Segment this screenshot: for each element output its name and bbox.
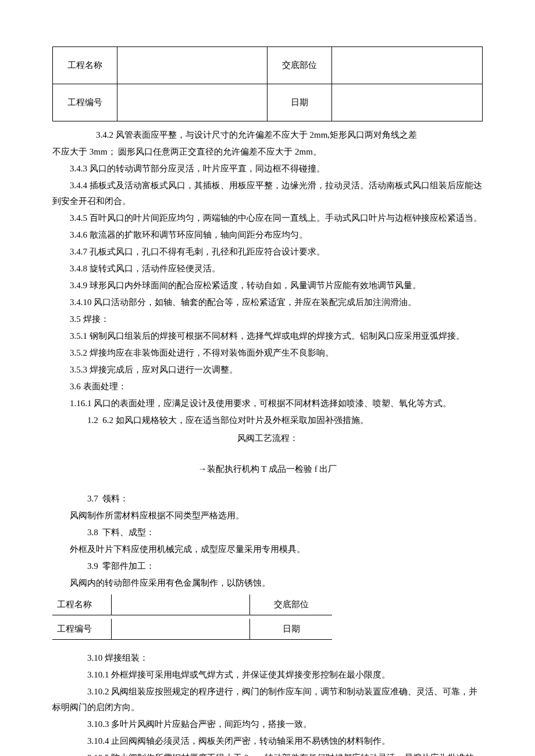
inline-label-position: 交底部位 bbox=[250, 594, 333, 615]
para-3105-text: 防火阀制作所需钢材厚度不得小于 2mm,转动部件有任何时候都应转动灵活。易熔片应… bbox=[111, 753, 473, 757]
header-value-position bbox=[332, 47, 483, 84]
para-39: 3.9 零部件加工： bbox=[52, 558, 483, 574]
para-310-num: 3.10 bbox=[70, 650, 102, 666]
para-342-b: 不应大于 3mm； 圆形风口任意两正交直径的允许偏差不应大于 2mm。 bbox=[52, 144, 483, 160]
para-348: 3.4.8 旋转式风口，活动件应轻便灵活。 bbox=[52, 261, 483, 277]
para-35: 3.5 焊接： bbox=[52, 311, 483, 327]
para-310-text: 焊接组装： bbox=[105, 653, 148, 662]
inline-label-date: 日期 bbox=[250, 619, 333, 640]
para-38-text: 下料、成型： bbox=[102, 528, 155, 537]
para-3103-num: 3.10.3 bbox=[70, 716, 109, 732]
header-label-position: 交底部位 bbox=[268, 47, 332, 84]
para-38-num: 3.8 bbox=[70, 525, 101, 540]
para-3103-text: 多叶片风阀叶片应贴合严密，间距均匀，搭接一致。 bbox=[111, 719, 312, 729]
para-12-text: 6.2 如风口规格较大，应在适当部位对叶片及外框采取加固补强措施。 bbox=[102, 415, 369, 425]
header-label-project-name: 工程名称 bbox=[53, 47, 117, 84]
header-label-date: 日期 bbox=[268, 84, 332, 121]
para-3103: 3.10.3 多叶片风阀叶片应贴合严密，间距均匀，搭接一致。 bbox=[52, 716, 483, 732]
para-38: 3.8 下料、成型： bbox=[52, 525, 483, 540]
para-351: 3.5.1 钢制风口组装后的焊接可根据不同材料，选择气焊或电焊的焊接方式。铝制风… bbox=[52, 328, 483, 344]
header-table: 工程名称 交底部位 工程编号 日期 bbox=[52, 46, 483, 121]
flow-line: →装配执行机构 T 成品一检验 f 出厂 bbox=[52, 461, 483, 477]
para-12: 1.2 6.2 如风口规格较大，应在适当部位对叶片及外框采取加固补强措施。 bbox=[52, 413, 483, 428]
para-3104-num: 3.10.4 bbox=[70, 733, 109, 749]
header-label-project-no: 工程编号 bbox=[53, 84, 117, 121]
para-349: 3.4.9 球形风口内外球面间的配合应松紧适度，转动自如，风量调节片应能有效地调… bbox=[52, 278, 483, 293]
para-37-num: 3.7 bbox=[70, 491, 101, 507]
para-37-text: 领料： bbox=[102, 494, 129, 503]
para-346: 3.4.6 散流器的扩散环和调节环应同轴，轴向间距分布应均匀。 bbox=[52, 227, 483, 243]
flow-title: 风阀工艺流程： bbox=[52, 431, 483, 446]
para-343: 3.4.3 风口的转动调节部分应灵活，叶片应平直，同边框不得碰撞。 bbox=[52, 161, 483, 177]
para-3102: 3.10.2 风阀组装应按照规定的程序进行，阀门的制作应车间，调节和制动装置应准… bbox=[52, 684, 483, 715]
inline-table: 工程名称 交底部位 工程编号 日期 bbox=[52, 594, 332, 640]
para-12-num: 1.2 bbox=[70, 413, 101, 428]
para-36: 3.6 表面处理： bbox=[52, 379, 483, 395]
para-344: 3.4.4 插板式及活动富板式风口，其插板、用板应平整，边缘光滑，拉动灵活。活动… bbox=[52, 178, 483, 209]
para-3102-num: 3.10.2 bbox=[70, 684, 109, 700]
para-3104: 3.10.4 止回阀阀轴必须灵活，阀板关闭严密，转动轴采用不易锈蚀的材料制作。 bbox=[52, 733, 483, 749]
para-3101-num: 3.10.1 bbox=[70, 667, 109, 683]
para-3104-text: 止回阀阀轴必须灵活，阀板关闭严密，转动轴采用不易锈蚀的材料制作。 bbox=[111, 736, 390, 746]
para-3102-text: 风阀组装应按照规定的程序进行，阀门的制作应车间，调节和制动装置应准确、灵活、可靠… bbox=[52, 687, 477, 712]
para-1161: 1.16.1 风口的表面处理，应满足设计及使用要求，可根据不同材料选择如喷漆、喷… bbox=[52, 396, 483, 411]
para-3101-text: 外框焊接可采用电焊或气焊方式，并保证使其焊接变形控制在最小限度。 bbox=[111, 670, 390, 679]
inline-label-project-name: 工程名称 bbox=[52, 594, 112, 615]
para-39-text: 零部件加工： bbox=[102, 561, 155, 571]
header-value-project-name bbox=[117, 47, 268, 84]
para-347: 3.4.7 孔板式风口，孔口不得有毛刺，孔径和孔距应符合设计要求。 bbox=[52, 244, 483, 260]
para-38-body: 外框及叶片下料应使用机械完成，成型应尽量采用专用模具。 bbox=[52, 542, 483, 557]
para-37: 3.7 领料： bbox=[52, 491, 483, 507]
inline-value-project-no bbox=[112, 619, 250, 640]
para-345: 3.4.5 百叶风口的叶片间距应均匀，两端轴的中心应在同一直线上。手动式风口叶片… bbox=[52, 210, 483, 226]
para-342-a: 3.4.2 风管表面应平整，与设计尺寸的允许偏差不应大于 2mm,矩形风口两对角… bbox=[52, 127, 483, 143]
para-3101: 3.10.1 外框焊接可采用电焊或气焊方式，并保证使其焊接变形控制在最小限度。 bbox=[52, 667, 483, 683]
para-353: 3.5.3 焊接完成后，应对风口进行一次调整。 bbox=[52, 362, 483, 378]
para-310: 3.10 焊接组装： bbox=[52, 650, 483, 666]
para-352: 3.5.2 焊接均应在非装饰面处进行，不得对装饰面外观产生不良影响。 bbox=[52, 345, 483, 361]
header-value-date bbox=[332, 84, 483, 121]
inline-value-project-name bbox=[112, 594, 250, 615]
para-37-body: 风阀制作所需材料应根据不同类型严格选用。 bbox=[52, 508, 483, 524]
header-value-project-no bbox=[117, 84, 268, 121]
para-39-num: 3.9 bbox=[70, 558, 101, 574]
para-3105-num: 3.10.5 bbox=[70, 750, 109, 757]
para-39-body: 风阀内的转动部件应采用有色金属制作，以防锈蚀。 bbox=[52, 575, 483, 591]
inline-label-project-no: 工程编号 bbox=[52, 619, 112, 640]
para-3105: 3.10.5 防火阀制作所需钢材厚度不得小于 2mm,转动部件有任何时候都应转动… bbox=[52, 750, 483, 757]
para-3410: 3.4.10 风口活动部分，如轴、轴套的配合等，应松紧适宜，并应在装配完成后加注… bbox=[52, 295, 483, 310]
